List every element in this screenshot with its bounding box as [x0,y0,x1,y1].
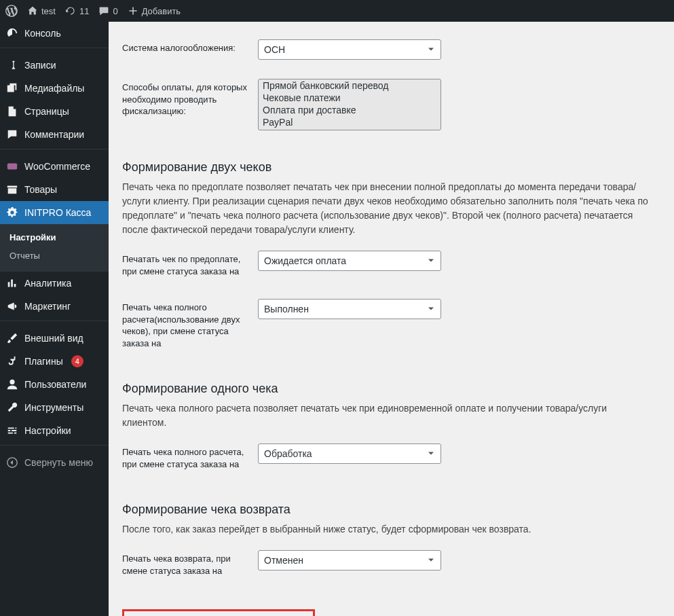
settings-form: Система налогообложения: ОСН Способы опл… [122,30,660,140]
chart-bar-icon [5,277,19,289]
menu-analytics[interactable]: Аналитика [0,272,109,295]
menu-label: Комментарии [24,129,84,140]
admin-toolbar: test 11 0 Добавить [0,0,674,22]
wp-logo[interactable] [5,5,18,17]
plus-icon [128,5,138,16]
megaphone-icon [5,300,19,312]
admin-menu: Консоль Записи Медиафайлы Страницы Комме… [0,22,109,616]
menu-separator [0,48,109,51]
content-area: Система налогообложения: ОСН Способы опл… [109,22,674,616]
menu-comments[interactable]: Комментарии [0,123,109,146]
menu-separator [0,321,109,324]
submenu-reports[interactable]: Отчеты [0,247,109,265]
two-checks-description: Печать чека по предоплате позволяет печа… [122,180,652,237]
woocommerce-icon [5,160,19,173]
two-checks-heading: Формирование двух чеков [122,160,660,175]
gear-icon [5,206,19,219]
menu-label: Аналитика [24,278,71,289]
full-status-select[interactable]: Выполнен [258,299,441,319]
comments-icon [98,5,109,16]
menu-plugins[interactable]: Плагины 4 [0,350,109,373]
one-check-status-label: Печать чека полного расчета, при смене с… [122,434,258,482]
comment-icon [5,128,19,141]
one-check-description: Печать чека полного расчета позволяет пе… [122,401,652,430]
option-bank-transfer[interactable]: Прямой банковский перевод [259,79,441,92]
media-icon [5,82,19,94]
menu-label: Страницы [24,106,69,117]
menu-collapse[interactable]: Свернуть меню [0,451,109,474]
menu-settings[interactable]: Настройки [0,419,109,442]
menu-dashboard[interactable]: Консоль [0,22,109,45]
dashboard-icon [5,27,19,39]
archive-icon [5,183,19,196]
menu-label: Настройки [24,425,71,436]
menu-label: Свернуть меню [24,457,93,468]
updates-icon [65,5,76,16]
one-check-heading: Формирование одного чека [122,382,660,396]
sliders-icon [5,424,19,437]
menu-woocommerce[interactable]: WooCommerce [0,155,109,178]
payment-methods-label: Способы оплаты, для которых необходимо п… [122,69,258,140]
menu-label: Товары [24,184,57,195]
site-name: test [41,6,56,16]
refund-heading: Формирование чека возврата [122,503,660,517]
menu-marketing[interactable]: Маркетинг [0,295,109,318]
menu-label: INITPRO Касса [24,207,91,218]
menu-separator [0,445,109,448]
updates-count: 11 [79,6,89,16]
menu-pages[interactable]: Страницы [0,100,109,123]
pin-icon [5,59,19,71]
option-paypal[interactable]: PayPal [259,116,441,128]
menu-appearance[interactable]: Внешний вид [0,327,109,350]
svg-point-1 [10,380,14,384]
wordpress-icon [5,5,18,17]
menu-label: Маркетинг [24,301,71,312]
user-icon [5,378,19,391]
menu-label: Внешний вид [24,333,83,344]
menu-label: Консоль [24,28,61,39]
menu-products[interactable]: Товары [0,178,109,201]
collapse-icon [5,456,19,469]
menu-label: WooCommerce [24,161,90,172]
plugins-badge: 4 [71,355,83,367]
comments-link[interactable]: 0 [98,5,117,16]
site-link[interactable]: test [27,5,56,16]
menu-users[interactable]: Пользователи [0,373,109,396]
refund-description: После того, как заказ перейдет в выбранн… [122,522,652,537]
save-highlight-box: Сохранить [122,609,315,616]
wrench-icon [5,401,19,414]
submenu-initpro: Настройки Отчеты [0,224,109,272]
menu-label: Записи [24,60,56,71]
menu-label: Медиафайлы [24,83,84,94]
updates-link[interactable]: 11 [65,5,89,16]
menu-label: Плагины [24,356,63,367]
submenu-settings[interactable]: Настройки [0,228,109,247]
refund-status-label: Печать чека возврата, при смене статуса … [122,541,258,589]
menu-initpro[interactable]: INITPRO Касса [0,201,109,224]
brush-icon [5,332,19,344]
prepay-status-select[interactable]: Ожидается оплата [258,251,441,271]
pages-icon [5,105,19,117]
menu-label: Инструменты [24,402,83,413]
comments-count: 0 [113,6,117,16]
tax-system-select[interactable]: ОСН [258,39,441,60]
new-label: Добавить [142,6,181,16]
option-cod[interactable]: Оплата при доставке [259,104,441,116]
one-check-status-select[interactable]: Обработка [258,443,441,464]
menu-posts[interactable]: Записи [0,54,109,77]
refund-status-select[interactable]: Отменен [258,550,441,570]
svg-rect-0 [7,164,17,170]
tax-system-label: Система налогообложения: [122,30,258,69]
plug-icon [5,355,19,367]
menu-tools[interactable]: Инструменты [0,396,109,419]
menu-separator [0,149,109,152]
prepay-status-label: Печатать чек по предоплате, при смене ст… [122,241,258,289]
full-status-label: Печать чека полного расчета(использовани… [122,289,258,361]
home-icon [27,5,38,16]
menu-label: Пользователи [24,379,86,390]
payment-methods-multiselect[interactable]: Прямой банковский перевод Чековые платеж… [258,79,441,130]
menu-media[interactable]: Медиафайлы [0,77,109,100]
option-check-payments[interactable]: Чековые платежи [259,92,441,104]
new-content-link[interactable]: Добавить [128,5,181,16]
